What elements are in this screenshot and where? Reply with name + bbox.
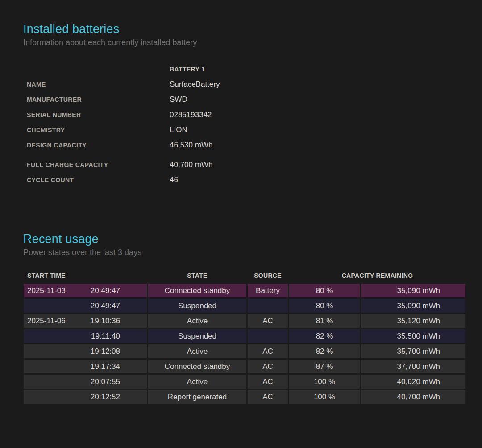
cell-percent: 81 %: [289, 314, 360, 328]
cell-source: AC: [248, 360, 288, 373]
cell-mwh: 35,700 mWh: [361, 344, 465, 358]
cell-source: AC: [248, 375, 288, 389]
start-time: 20:12:52: [91, 393, 120, 402]
installed-batteries-subtitle: Information about each currently install…: [23, 38, 482, 47]
battery-info-value: 46: [170, 176, 178, 184]
cell-source: [248, 299, 288, 313]
battery-info-row: CHEMISTRYLION: [27, 122, 482, 138]
cell-state: Active: [148, 314, 246, 328]
battery-info-row: FULL CHARGE CAPACITY40,700 mWh: [27, 157, 482, 172]
cell-source: [248, 329, 288, 343]
battery-report-page: Installed batteries Information about ea…: [0, 0, 482, 404]
cell-percent: 82 %: [289, 344, 360, 358]
start-time: 19:11:40: [91, 332, 120, 341]
cell-percent: 82 %: [289, 329, 360, 343]
cell-start-time: 2025-11-0619:10:36: [24, 314, 147, 328]
cell-percent: 80 %: [289, 299, 360, 313]
battery-info-row: NAMESurfaceBattery: [27, 77, 482, 92]
cell-source: AC: [248, 390, 288, 404]
usage-table-header: START TIME STATE SOURCE CAPACITY REMAINI…: [24, 269, 465, 282]
recent-usage-subtitle: Power states over the last 3 days: [23, 248, 482, 257]
battery-info-label: FULL CHARGE CAPACITY: [27, 161, 170, 168]
start-time: 19:12:08: [91, 347, 120, 356]
cell-start-time: 20:07:55: [24, 375, 147, 389]
battery-info-row: MANUFACTURERSWD: [27, 92, 482, 107]
battery-info-value: SurfaceBattery: [170, 80, 220, 89]
start-time: 20:49:47: [91, 301, 120, 310]
column-header-capacity-remaining: CAPACITY REMAINING: [289, 272, 465, 279]
battery-info-label: NAME: [27, 81, 170, 88]
cell-state: Connected standby: [148, 360, 246, 373]
cell-mwh: 35,500 mWh: [361, 329, 465, 343]
cell-mwh: 35,090 mWh: [361, 299, 465, 313]
cell-state: Active: [148, 375, 246, 389]
usage-table-row: 20:49:47Suspended80 %35,090 mWh: [24, 299, 465, 313]
installed-batteries-section: Installed batteries Information about ea…: [0, 22, 482, 188]
cell-mwh: 35,120 mWh: [361, 314, 465, 328]
usage-table: START TIME STATE SOURCE CAPACITY REMAINI…: [24, 269, 465, 404]
cell-start-time: 20:12:52: [24, 390, 147, 404]
start-date: 2025-11-06: [27, 317, 66, 326]
start-time: 20:49:47: [91, 286, 120, 295]
cell-state: Connected standby: [148, 284, 246, 297]
cell-source: Battery: [248, 284, 288, 297]
start-time: 19:10:36: [91, 317, 120, 326]
cell-mwh: 40,620 mWh: [361, 375, 465, 389]
cell-start-time: 19:17:34: [24, 360, 147, 373]
battery-info-table: BATTERY 1 NAMESurfaceBatteryMANUFACTURER…: [27, 62, 482, 188]
cell-percent: 100 %: [289, 375, 360, 389]
battery-info-label: SERIAL NUMBER: [27, 111, 170, 118]
installed-batteries-title: Installed batteries: [23, 22, 482, 36]
usage-table-row: 19:11:40Suspended82 %35,500 mWh: [24, 329, 465, 343]
battery-info-rows: NAMESurfaceBatteryMANUFACTURERSWDSERIAL …: [27, 77, 482, 188]
start-time: 19:17:34: [91, 362, 120, 371]
battery-info-row: DESIGN CAPACITY46,530 mWh: [27, 138, 482, 153]
cell-start-time: 2025-11-0320:49:47: [24, 284, 147, 297]
recent-usage-title: Recent usage: [23, 232, 482, 246]
battery-info-value: SWD: [170, 95, 187, 104]
cell-state: Suspended: [148, 329, 246, 343]
cell-percent: 87 %: [289, 360, 360, 373]
battery-column-header-row: BATTERY 1: [27, 62, 482, 77]
battery-info-row: SERIAL NUMBER0285193342: [27, 107, 482, 122]
cell-percent: 100 %: [289, 390, 360, 404]
usage-table-row: 2025-11-0320:49:47Connected standbyBatte…: [24, 284, 465, 297]
cell-mwh: 37,700 mWh: [361, 360, 465, 373]
battery-info-value: 46,530 mWh: [170, 141, 212, 150]
cell-mwh: 40,700 mWh: [361, 390, 465, 404]
column-header-source: SOURCE: [248, 272, 288, 279]
cell-state: Report generated: [148, 390, 246, 404]
usage-table-row: 19:17:34Connected standbyAC87 %37,700 mW…: [24, 360, 465, 373]
battery-info-value: 0285193342: [170, 110, 212, 119]
battery-info-label: MANUFACTURER: [27, 96, 170, 103]
usage-table-row: 20:12:52Report generatedAC100 %40,700 mW…: [24, 390, 465, 404]
cell-start-time: 20:49:47: [24, 299, 147, 313]
cell-state: Suspended: [148, 299, 246, 313]
battery-info-label: CYCLE COUNT: [27, 176, 170, 184]
cell-state: Active: [148, 344, 246, 358]
cell-percent: 80 %: [289, 284, 360, 297]
cell-start-time: 19:11:40: [24, 329, 147, 343]
column-header-start-time: START TIME: [24, 272, 147, 279]
recent-usage-section: Recent usage Power states over the last …: [0, 232, 482, 404]
cell-source: AC: [248, 344, 288, 358]
usage-table-row: 20:07:55ActiveAC100 %40,620 mWh: [24, 375, 465, 389]
battery-info-row: CYCLE COUNT46: [27, 172, 482, 188]
usage-table-rows: 2025-11-0320:49:47Connected standbyBatte…: [24, 284, 465, 404]
cell-start-time: 19:12:08: [24, 344, 147, 358]
usage-table-row: 19:12:08ActiveAC82 %35,700 mWh: [24, 344, 465, 358]
battery-info-label: CHEMISTRY: [27, 126, 170, 134]
usage-table-row: 2025-11-0619:10:36ActiveAC81 %35,120 mWh: [24, 314, 465, 328]
battery-info-label: DESIGN CAPACITY: [27, 142, 170, 149]
battery-1-column-header: BATTERY 1: [170, 66, 205, 73]
cell-mwh: 35,090 mWh: [361, 284, 465, 297]
battery-info-value: 40,700 mWh: [170, 160, 212, 169]
cell-source: AC: [248, 314, 288, 328]
column-header-state: STATE: [148, 272, 246, 279]
start-time: 20:07:55: [91, 377, 120, 386]
battery-info-value: LION: [170, 126, 187, 134]
start-date: 2025-11-03: [27, 286, 66, 295]
